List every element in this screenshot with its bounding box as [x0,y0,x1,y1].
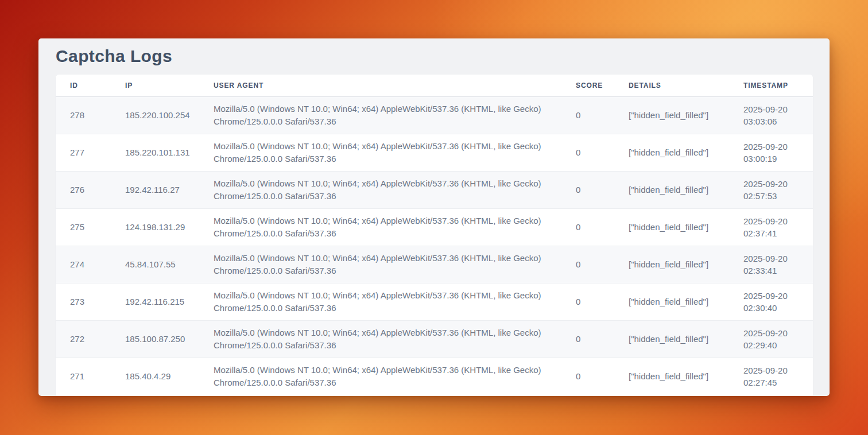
column-header-score: SCORE [561,75,614,96]
captcha-logs-card: Captcha Logs ID IP USER AGENT SCORE DETA… [38,38,830,396]
column-header-id: ID [56,75,111,96]
cell-ip: 124.198.131.29 [111,208,199,246]
cell-id: 278 [56,96,111,134]
cell-details: ["hidden_field_filled"] [614,134,729,171]
cell-timestamp: 2025-09-20 02:29:40 [729,320,813,358]
cell-ip: 185.100.87.250 [111,320,199,358]
cell-timestamp: 2025-09-20 02:57:53 [729,171,813,208]
cell-user-agent: Mozilla/5.0 (Windows NT 10.0; Win64; x64… [199,171,561,208]
cell-details: ["hidden_field_filled"] [614,246,729,283]
timestamp-time: 02:30:40 [743,302,805,314]
column-header-ip: IP [111,75,199,96]
cell-user-agent: Mozilla/5.0 (Windows NT 10.0; Win64; x64… [199,134,561,171]
cell-ip: 185.220.100.254 [111,96,199,134]
page-background: { "page": { "title": "Captcha Logs" }, "… [0,0,868,435]
cell-score: 0 [561,358,614,395]
cell-details: ["hidden_field_filled"] [614,171,729,208]
cell-timestamp: 2025-09-20 03:03:06 [729,96,813,134]
logs-table-container: ID IP USER AGENT SCORE DETAILS TIMESTAMP… [56,75,813,396]
cell-id: 274 [56,246,111,283]
table-row: 276 192.42.116.27 Mozilla/5.0 (Windows N… [56,171,813,208]
timestamp-time: 02:27:45 [743,376,805,389]
table-row: 274 45.84.107.55 Mozilla/5.0 (Windows NT… [56,246,813,283]
cell-ip: 185.40.4.29 [111,358,199,395]
table-row: 272 185.100.87.250 Mozilla/5.0 (Windows … [56,320,813,358]
cell-score: 0 [561,246,614,283]
column-header-timestamp: TIMESTAMP [729,75,813,96]
cell-score: 0 [561,208,614,246]
table-row: 271 185.40.4.29 Mozilla/5.0 (Windows NT … [56,358,813,395]
cell-details: ["hidden_field_filled"] [614,320,729,358]
cell-details: ["hidden_field_filled"] [614,358,729,395]
cell-timestamp: 2025-09-20 03:00:19 [729,134,813,171]
cell-id: 276 [56,171,111,208]
table-header: ID IP USER AGENT SCORE DETAILS TIMESTAMP [56,75,813,96]
timestamp-date: 2025-09-20 [743,141,805,153]
table-header-row: ID IP USER AGENT SCORE DETAILS TIMESTAMP [56,75,813,96]
cell-user-agent: Mozilla/5.0 (Windows NT 10.0; Win64; x64… [199,96,561,134]
timestamp-date: 2025-09-20 [743,327,805,339]
column-header-details: DETAILS [614,75,729,96]
cell-score: 0 [561,283,614,320]
timestamp-time: 02:37:41 [743,227,805,239]
cell-user-agent: Mozilla/5.0 (Windows NT 10.0; Win64; x64… [199,358,561,395]
timestamp-time: 02:29:40 [743,339,805,351]
cell-details: ["hidden_field_filled"] [614,208,729,246]
page-title: Captcha Logs [56,45,813,67]
cell-user-agent: Mozilla/5.0 (Windows NT 10.0; Win64; x64… [199,320,561,358]
table-row: 273 192.42.116.215 Mozilla/5.0 (Windows … [56,283,813,320]
cell-user-agent: Mozilla/5.0 (Windows NT 10.0; Win64; x64… [199,246,561,283]
cell-score: 0 [561,96,614,134]
timestamp-time: 02:57:53 [743,190,805,202]
cell-score: 0 [561,171,614,208]
timestamp-time: 02:33:41 [743,265,805,277]
cell-score: 0 [561,320,614,358]
table-row: 278 185.220.100.254 Mozilla/5.0 (Windows… [56,96,813,134]
cell-user-agent: Mozilla/5.0 (Windows NT 10.0; Win64; x64… [199,283,561,320]
logs-table-body: 278 185.220.100.254 Mozilla/5.0 (Windows… [56,96,813,395]
cell-timestamp: 2025-09-20 02:37:41 [729,208,813,246]
timestamp-date: 2025-09-20 [743,253,805,265]
timestamp-date: 2025-09-20 [743,364,805,376]
timestamp-date: 2025-09-20 [743,290,805,302]
timestamp-date: 2025-09-20 [743,178,805,190]
column-header-user-agent: USER AGENT [199,75,561,96]
cell-user-agent: Mozilla/5.0 (Windows NT 10.0; Win64; x64… [199,208,561,246]
timestamp-date: 2025-09-20 [743,103,805,115]
cell-timestamp: 2025-09-20 02:30:40 [729,283,813,320]
table-row: 275 124.198.131.29 Mozilla/5.0 (Windows … [56,208,813,246]
cell-ip: 185.220.101.131 [111,134,199,171]
timestamp-time: 03:03:06 [743,115,805,127]
cell-score: 0 [561,134,614,171]
cell-ip: 192.42.116.215 [111,283,199,320]
cell-timestamp: 2025-09-20 02:27:45 [729,358,813,395]
logs-table: ID IP USER AGENT SCORE DETAILS TIMESTAMP… [56,75,813,395]
timestamp-date: 2025-09-20 [743,215,805,227]
timestamp-time: 03:00:19 [743,153,805,165]
cell-id: 271 [56,358,111,395]
cell-id: 277 [56,134,111,171]
cell-ip: 192.42.116.27 [111,171,199,208]
cell-id: 275 [56,208,111,246]
cell-id: 273 [56,283,111,320]
cell-timestamp: 2025-09-20 02:33:41 [729,246,813,283]
cell-details: ["hidden_field_filled"] [614,96,729,134]
cell-id: 272 [56,320,111,358]
cell-details: ["hidden_field_filled"] [614,283,729,320]
cell-ip: 45.84.107.55 [111,246,199,283]
table-row: 277 185.220.101.131 Mozilla/5.0 (Windows… [56,134,813,171]
